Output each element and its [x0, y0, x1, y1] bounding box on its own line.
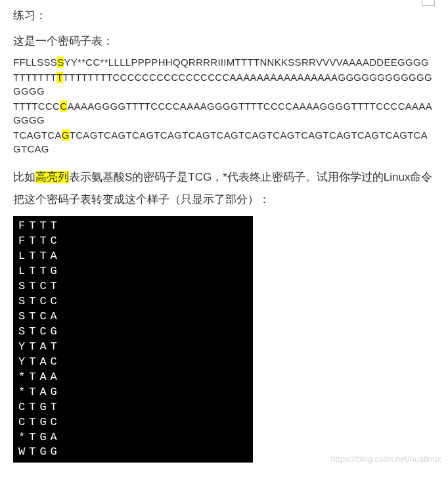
explain-post: 表示氨基酸S的密码子是TCG，*代表终止密码子。试用你学过的Linux命令把这个… — [13, 171, 432, 206]
codon-pre: TCAGTCA — [13, 129, 62, 141]
explain-pre: 比如 — [13, 171, 35, 183]
codon-highlight: C — [60, 101, 67, 112]
codon-post: AAAAGGGGTTTTCCCCAAAAGGGGTTTTCCCCAAAAGGGG… — [13, 101, 432, 125]
codon-table: FFLLSSSSYY**CC**LLLLPPPPHHQQRRRRIIIMTTTT… — [13, 55, 435, 156]
codon-line: TTTTCCCCAAAAGGGGTTTTCCCCAAAAGGGGTTTTCCCC… — [13, 99, 435, 127]
page-corner-mark — [422, 0, 435, 6]
exercise-title: 练习： — [13, 7, 435, 24]
codon-line: FFLLSSSSYY**CC**LLLLPPPPHHQQRRRRIIIMTTTT… — [13, 55, 435, 69]
terminal-output: FTTT FTTC LTTA LTTG STCT STCC STCA STCG … — [13, 216, 253, 463]
codon-post: TCAGTCAGTCAGTCAGTCAGTCAGTCAGTCAGTCAGTCAG… — [13, 129, 428, 154]
watermark: https://blog.csdn.net/hualinux — [331, 454, 441, 464]
codon-line: TCAGTCAGTCAGTCAGTCAGTCAGTCAGTCAGTCAGTCAG… — [13, 128, 435, 156]
codon-post: YY**CC**LLLLPPPPHHQQRRRRIIIMTTTTNNKKSSRR… — [64, 57, 429, 68]
explanation-paragraph: 比如高亮列表示氨基酸S的密码子是TCG，*代表终止密码子。试用你学过的Linux… — [13, 166, 435, 211]
codon-pre: TTTTCCC — [13, 101, 60, 112]
codon-line: TTTTTTTTTTTTTTTTCCCCCCCCCCCCCCCCAAAAAAAA… — [13, 70, 435, 98]
codon-post: TTTTTTTTCCCCCCCCCCCCCCCCAAAAAAAAAAAAAAAA… — [13, 72, 432, 97]
codon-pre: TTTTTTT — [13, 72, 56, 83]
codon-pre: FFLLSSS — [13, 57, 57, 68]
codon-highlight: S — [57, 57, 64, 68]
codon-highlight: T — [56, 72, 62, 83]
intro-text: 这是一个密码子表： — [13, 32, 435, 50]
codon-highlight: G — [62, 129, 70, 141]
highlight-term: 高亮列 — [35, 171, 69, 183]
